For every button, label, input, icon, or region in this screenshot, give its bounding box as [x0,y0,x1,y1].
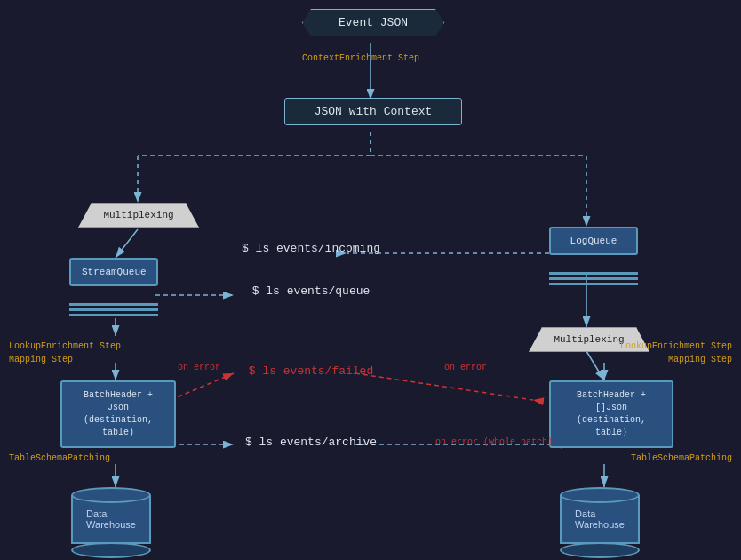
lookup-right-label: LookupEnrichment Step Mapping Step [620,340,732,366]
log-queue-label: LogQueue [570,236,618,246]
batch-right-label: BatchHeader + []Json (destination, table… [577,390,646,437]
cmd-incoming-label: $ ls events/incoming [242,242,380,255]
stream-queue-lines [69,300,158,319]
svg-line-11 [116,229,138,258]
event-json-label: Event JSON [339,16,408,29]
on-error-batch-label: on error (whole batch) [435,437,553,447]
lookup-left-label: LookupEnrichment Step Mapping Step [9,340,121,366]
cmd-archive-node: $ ls events/archive [222,436,400,449]
multiplex-right-label: Multiplexing [554,334,624,345]
stream-queue-node: StreamQueue [69,258,158,286]
json-context-node: JSON with Context [284,98,462,125]
dw-right-label: DataWarehouse [575,508,625,530]
dw-left: DataWarehouse [71,487,151,558]
log-queue-node: LogQueue [549,227,638,255]
dw-right: DataWarehouse [560,487,640,558]
diagram: Event JSON ContextEnrichment Step JSON w… [0,0,741,560]
cmd-failed-node: $ ls events/failed [222,364,400,378]
on-error-left-label: on error [178,363,220,372]
svg-line-25 [586,351,604,380]
cmd-archive-label: $ ls events/archive [245,436,377,449]
dw-left-label: DataWarehouse [86,508,136,530]
batch-left-node: BatchHeader + Json (destination, table) [60,380,176,448]
table-schema-left-label: TableSchemaPatching [9,453,110,463]
on-error-right-label: on error [444,363,487,372]
cmd-incoming-node: $ ls events/incoming [222,242,400,255]
multiplex-left-node: Multiplexing [78,203,199,228]
context-enrichment-label: ContextEnrichment Step [302,53,419,63]
cmd-failed-label: $ ls events/failed [249,364,373,378]
event-json-node: Event JSON [302,9,444,36]
batch-left-label: BatchHeader + Json (destination, table) [84,390,153,437]
multiplex-left-label: Multiplexing [103,210,173,220]
cmd-queue-label: $ ls events/queue [252,284,370,298]
log-queue-lines [549,269,638,288]
table-schema-right-label: TableSchemaPatching [631,453,732,463]
batch-right-node: BatchHeader + []Json (destination, table… [549,380,673,448]
json-context-label: JSON with Context [315,105,433,118]
cmd-queue-node: $ ls events/queue [222,284,400,298]
stream-queue-label: StreamQueue [82,267,147,277]
